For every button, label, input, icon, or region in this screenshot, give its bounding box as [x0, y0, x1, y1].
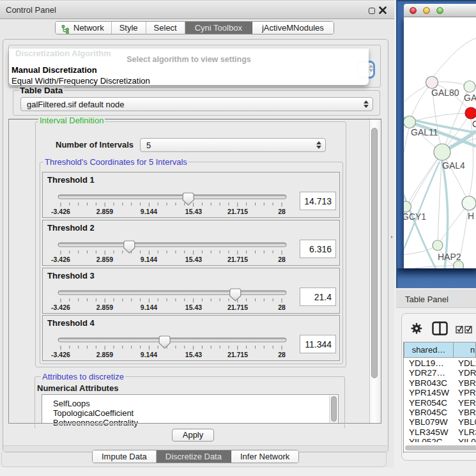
svg-text:GA: GA [464, 93, 476, 103]
svg-text:C: C [472, 119, 476, 129]
svg-text:H: H [468, 211, 474, 221]
svg-text:GAL80: GAL80 [431, 88, 459, 98]
svg-text:GCY1: GCY1 [404, 211, 426, 222]
svg-text:GAL4: GAL4 [442, 160, 465, 171]
svg-text:GAL11: GAL11 [411, 127, 438, 137]
svg-text:HAP2: HAP2 [438, 252, 461, 262]
